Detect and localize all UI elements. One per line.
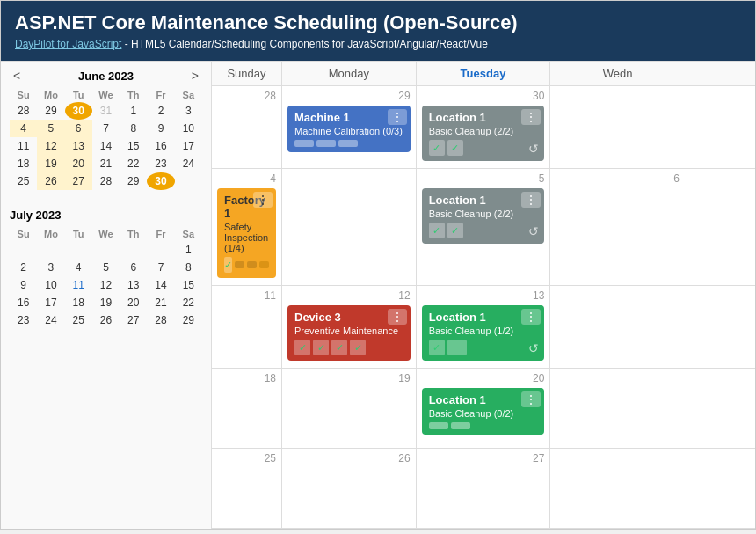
- june-day-14[interactable]: 14: [92, 137, 120, 155]
- factory-bar2: [247, 261, 257, 268]
- event-loc1-w3-checks: ✓: [429, 340, 538, 355]
- june-day-5[interactable]: 5: [37, 120, 64, 137]
- event-loc1-w4[interactable]: Location 1 Basic Cleanup (0/2) ⋮: [422, 388, 545, 435]
- june-day-30[interactable]: 30: [147, 172, 174, 190]
- june-day-13[interactable]: 13: [65, 137, 92, 155]
- event-factory1-subtitle: Safety Inspection (1/4): [224, 222, 269, 253]
- check2: ✓: [447, 140, 463, 156]
- june-day-31[interactable]: 31: [92, 102, 120, 120]
- july-day-23[interactable]: 23: [10, 311, 37, 329]
- loc1-w3-menu-btn[interactable]: ⋮: [521, 309, 541, 325]
- july-day-24[interactable]: 24: [37, 311, 64, 329]
- main-layout: < June 2023 > Su Mo Tu We Th Fr Sa: [1, 61, 755, 529]
- event-machine1[interactable]: Machine 1 Machine Calibration (0/3) ⋮: [287, 106, 411, 152]
- july-day-18[interactable]: 18: [65, 294, 92, 311]
- july-day-9[interactable]: 9: [10, 276, 37, 294]
- june-day-3[interactable]: 3: [175, 102, 202, 120]
- july-day-29[interactable]: 29: [175, 311, 202, 329]
- june-day-27[interactable]: 27: [65, 172, 92, 190]
- july-day-8[interactable]: 8: [175, 259, 202, 276]
- june-day-10[interactable]: 10: [175, 120, 202, 137]
- june-day-2[interactable]: 2: [147, 102, 174, 120]
- cal-header-row: Sunday Monday Tuesday Wedn: [212, 62, 755, 86]
- july-day-20[interactable]: 20: [120, 294, 147, 311]
- july-day-26[interactable]: 26: [92, 311, 120, 329]
- june-day-25[interactable]: 25: [10, 172, 37, 190]
- cal-header-tuesday: Tuesday: [417, 62, 551, 85]
- june-next-btn[interactable]: >: [188, 69, 202, 83]
- june-day-30[interactable]: 30: [65, 102, 92, 120]
- july-day-empty: [37, 241, 64, 259]
- event-machine1-subtitle: Machine Calibration (0/3): [294, 126, 403, 136]
- july-day-28[interactable]: 28: [147, 311, 174, 329]
- daypilot-link[interactable]: DayPilot for JavaScript: [15, 38, 121, 50]
- machine1-menu-btn[interactable]: ⋮: [388, 109, 407, 125]
- july-day-3[interactable]: 3: [37, 259, 64, 276]
- device3-menu-btn[interactable]: ⋮: [388, 309, 407, 325]
- june-day-8[interactable]: 8: [120, 120, 147, 137]
- july-day-19[interactable]: 19: [92, 294, 120, 311]
- june-day-21[interactable]: 21: [92, 155, 120, 172]
- june-day-15[interactable]: 15: [120, 137, 147, 155]
- event-loc1-w1[interactable]: Location 1 Basic Cleanup (2/2) ✓ ✓ ⋮ ↺: [422, 106, 545, 161]
- june-day-22[interactable]: 22: [120, 155, 147, 172]
- july-day-27[interactable]: 27: [120, 311, 147, 329]
- july-day-2[interactable]: 2: [10, 259, 37, 276]
- june-day-20[interactable]: 20: [65, 155, 92, 172]
- july-day-22[interactable]: 22: [175, 294, 202, 311]
- check1: ✓: [429, 140, 445, 156]
- refresh-icon-w2: ↺: [528, 224, 539, 238]
- june-day-29[interactable]: 29: [120, 172, 147, 190]
- july-day-16[interactable]: 16: [10, 294, 37, 311]
- june-day-26[interactable]: 26: [37, 172, 64, 190]
- july-day-1[interactable]: 1: [175, 241, 202, 259]
- june-day-24[interactable]: 24: [175, 155, 202, 172]
- july-day-14[interactable]: 14: [147, 276, 174, 294]
- july-day-6[interactable]: 6: [120, 259, 147, 276]
- cell-w3-sun: 11: [212, 286, 282, 368]
- june-day-19[interactable]: 19: [37, 155, 64, 172]
- june-day-9[interactable]: 9: [147, 120, 174, 137]
- july-col-su: Su: [10, 227, 37, 241]
- cal-week-5: 25 26 27: [212, 449, 755, 529]
- event-factory1-checks: ✓: [224, 257, 269, 273]
- june-day-17[interactable]: 17: [175, 137, 202, 155]
- june-day-23[interactable]: 23: [147, 155, 174, 172]
- loc1-w4-menu-btn[interactable]: ⋮: [521, 391, 541, 407]
- event-factory1[interactable]: Factory 1 Safety Inspection (1/4) ✓ ⋮: [217, 188, 276, 278]
- july-day-11[interactable]: 11: [65, 276, 92, 294]
- june-day-1[interactable]: 1: [120, 102, 147, 120]
- june-day-11[interactable]: 11: [10, 137, 37, 155]
- cell-w4-mon: 19: [282, 369, 417, 448]
- july-day-21[interactable]: 21: [147, 294, 174, 311]
- july-day-15[interactable]: 15: [175, 276, 202, 294]
- july-day-4[interactable]: 4: [65, 259, 92, 276]
- check-w2-2: ✓: [447, 223, 463, 238]
- event-device3[interactable]: Device 3 Preventive Maintenance ✓ ✓ ✓ ✓ …: [287, 305, 411, 361]
- june-day-6[interactable]: 6: [65, 120, 92, 137]
- june-day-12[interactable]: 12: [37, 137, 64, 155]
- event-loc1-w2-checks: ✓ ✓: [429, 223, 538, 238]
- event-loc1-w2[interactable]: Location 1 Basic Cleanup (2/2) ✓ ✓ ⋮ ↺: [422, 188, 545, 244]
- july-day-5[interactable]: 5: [92, 259, 120, 276]
- june-day-16[interactable]: 16: [147, 137, 174, 155]
- event-loc1-w3[interactable]: Location 1 Basic Cleanup (1/2) ✓ ⋮ ↺: [422, 305, 545, 361]
- cal-header-sunday: Sunday: [212, 62, 282, 85]
- cal-divider: [10, 201, 202, 201]
- june-day-4[interactable]: 4: [10, 120, 37, 137]
- june-day-28[interactable]: 28: [92, 172, 120, 190]
- june-day-7[interactable]: 7: [92, 120, 120, 137]
- july-day-13[interactable]: 13: [120, 276, 147, 294]
- july-day-25[interactable]: 25: [65, 311, 92, 329]
- june-day-29[interactable]: 29: [37, 102, 64, 120]
- july-day-17[interactable]: 17: [37, 294, 64, 311]
- july-day-7[interactable]: 7: [147, 259, 174, 276]
- loc1-w1-menu-btn[interactable]: ⋮: [521, 109, 541, 125]
- july-day-10[interactable]: 10: [37, 276, 64, 294]
- june-day-18[interactable]: 18: [10, 155, 37, 172]
- june-day-28[interactable]: 28: [10, 102, 37, 120]
- factory1-menu-btn[interactable]: ⋮: [253, 192, 273, 208]
- july-day-12[interactable]: 12: [92, 276, 120, 294]
- june-prev-btn[interactable]: <: [10, 69, 24, 83]
- loc1-w2-menu-btn[interactable]: ⋮: [521, 192, 541, 208]
